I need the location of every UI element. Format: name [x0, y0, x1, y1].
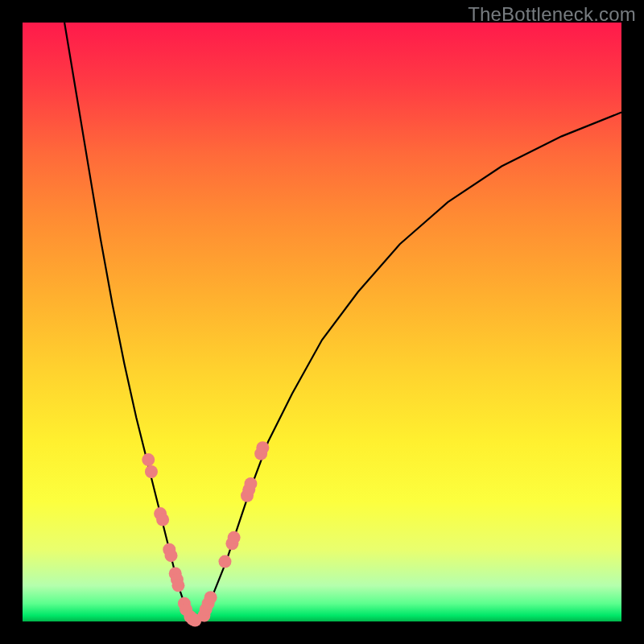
right-markers-point	[228, 531, 241, 544]
curves-group	[64, 23, 621, 621]
left-markers-point	[142, 453, 155, 466]
right-markers-point	[256, 441, 269, 454]
right-markers-point	[204, 591, 217, 604]
chart-frame: TheBottleneck.com	[0, 0, 644, 644]
plot-area	[23, 23, 621, 621]
watermark-text: TheBottleneck.com	[468, 3, 636, 26]
left-markers-point	[145, 465, 158, 478]
markers-group	[142, 441, 269, 626]
left-markers-point	[156, 514, 169, 526]
left-markers-point	[171, 579, 184, 592]
left-markers-point	[165, 549, 178, 562]
right-markers-point	[244, 477, 257, 490]
right-markers-point	[218, 555, 231, 568]
chart-svg	[23, 23, 621, 621]
left-curve	[64, 23, 196, 621]
right-curve	[196, 113, 621, 621]
